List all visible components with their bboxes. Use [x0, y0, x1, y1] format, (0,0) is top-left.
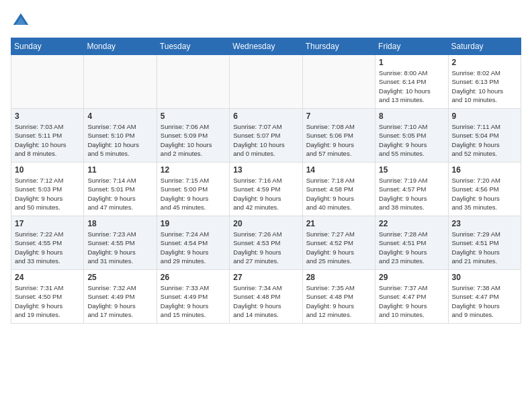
day-info: Sunrise: 7:19 AM Sunset: 4:57 PM Dayligh… — [379, 176, 444, 212]
calendar-cell: 26Sunrise: 7:33 AM Sunset: 4:49 PM Dayli… — [157, 270, 229, 324]
calendar-cell: 9Sunrise: 7:11 AM Sunset: 5:04 PM Daylig… — [448, 109, 521, 163]
day-number: 7 — [306, 111, 371, 121]
day-number: 14 — [306, 165, 371, 175]
calendar-header-friday: Friday — [375, 38, 448, 55]
day-info: Sunrise: 8:02 AM Sunset: 6:13 PM Dayligh… — [452, 68, 517, 104]
calendar-cell: 15Sunrise: 7:19 AM Sunset: 4:57 PM Dayli… — [375, 163, 448, 216]
day-info: Sunrise: 7:11 AM Sunset: 5:04 PM Dayligh… — [452, 122, 517, 158]
day-info: Sunrise: 7:37 AM Sunset: 4:47 PM Dayligh… — [379, 283, 444, 319]
day-number: 17 — [15, 219, 80, 228]
calendar-cell: 7Sunrise: 7:08 AM Sunset: 5:06 PM Daylig… — [302, 109, 375, 163]
calendar-cell: 19Sunrise: 7:24 AM Sunset: 4:54 PM Dayli… — [157, 216, 229, 270]
calendar-header-thursday: Thursday — [302, 38, 375, 55]
calendar-cell — [157, 55, 229, 109]
day-number: 12 — [161, 165, 226, 175]
calendar-cell: 12Sunrise: 7:15 AM Sunset: 5:00 PM Dayli… — [157, 163, 229, 216]
calendar-cell: 25Sunrise: 7:32 AM Sunset: 4:49 PM Dayli… — [84, 270, 157, 324]
calendar-cell: 21Sunrise: 7:27 AM Sunset: 4:52 PM Dayli… — [302, 216, 375, 270]
day-info: Sunrise: 7:03 AM Sunset: 5:11 PM Dayligh… — [15, 122, 80, 158]
day-info: Sunrise: 7:23 AM Sunset: 4:55 PM Dayligh… — [87, 230, 152, 265]
calendar-cell: 14Sunrise: 7:18 AM Sunset: 4:58 PM Dayli… — [302, 163, 375, 216]
day-number: 2 — [452, 58, 517, 67]
calendar-cell: 4Sunrise: 7:04 AM Sunset: 5:10 PM Daylig… — [84, 109, 157, 163]
day-info: Sunrise: 7:07 AM Sunset: 5:07 PM Dayligh… — [233, 122, 298, 158]
day-info: Sunrise: 7:33 AM Sunset: 4:49 PM Dayligh… — [161, 283, 226, 319]
calendar-cell: 28Sunrise: 7:35 AM Sunset: 4:48 PM Dayli… — [302, 270, 375, 324]
day-info: Sunrise: 7:31 AM Sunset: 4:50 PM Dayligh… — [15, 283, 80, 319]
day-number: 16 — [452, 165, 517, 175]
day-number: 3 — [15, 111, 80, 121]
calendar-cell: 1Sunrise: 8:00 AM Sunset: 6:14 PM Daylig… — [375, 55, 448, 109]
calendar-week-1: 1Sunrise: 8:00 AM Sunset: 6:14 PM Daylig… — [11, 55, 521, 109]
day-info: Sunrise: 7:29 AM Sunset: 4:51 PM Dayligh… — [452, 230, 517, 265]
day-number: 30 — [452, 273, 517, 282]
day-number: 15 — [379, 165, 444, 175]
calendar-cell: 24Sunrise: 7:31 AM Sunset: 4:50 PM Dayli… — [11, 270, 84, 324]
day-number: 13 — [233, 165, 298, 175]
day-number: 20 — [233, 219, 298, 228]
day-info: Sunrise: 7:34 AM Sunset: 4:48 PM Dayligh… — [233, 283, 298, 319]
calendar-header-row: SundayMondayTuesdayWednesdayThursdayFrid… — [11, 38, 521, 55]
day-info: Sunrise: 7:16 AM Sunset: 4:59 PM Dayligh… — [233, 176, 298, 212]
day-info: Sunrise: 7:15 AM Sunset: 5:00 PM Dayligh… — [161, 176, 226, 212]
calendar-cell: 30Sunrise: 7:38 AM Sunset: 4:47 PM Dayli… — [448, 270, 521, 324]
calendar-cell: 23Sunrise: 7:29 AM Sunset: 4:51 PM Dayli… — [448, 216, 521, 270]
day-info: Sunrise: 7:27 AM Sunset: 4:52 PM Dayligh… — [306, 230, 371, 265]
day-info: Sunrise: 7:08 AM Sunset: 5:06 PM Dayligh… — [306, 122, 371, 158]
day-number: 11 — [87, 165, 152, 175]
logo-icon — [11, 11, 31, 31]
calendar-cell: 11Sunrise: 7:14 AM Sunset: 5:01 PM Dayli… — [84, 163, 157, 216]
day-info: Sunrise: 7:24 AM Sunset: 4:54 PM Dayligh… — [161, 230, 226, 265]
day-number: 1 — [379, 58, 444, 67]
calendar-cell: 5Sunrise: 7:06 AM Sunset: 5:09 PM Daylig… — [157, 109, 229, 163]
calendar-cell: 13Sunrise: 7:16 AM Sunset: 4:59 PM Dayli… — [230, 163, 302, 216]
day-number: 24 — [15, 273, 80, 282]
calendar-week-4: 17Sunrise: 7:22 AM Sunset: 4:55 PM Dayli… — [11, 216, 521, 270]
day-number: 5 — [161, 111, 226, 121]
calendar-header-sunday: Sunday — [11, 38, 84, 55]
calendar-header-tuesday: Tuesday — [157, 38, 229, 55]
day-info: Sunrise: 7:22 AM Sunset: 4:55 PM Dayligh… — [15, 230, 80, 265]
calendar-cell: 17Sunrise: 7:22 AM Sunset: 4:55 PM Dayli… — [11, 216, 84, 270]
day-number: 18 — [87, 219, 152, 228]
calendar-table: SundayMondayTuesdayWednesdayThursdayFrid… — [11, 38, 521, 324]
day-number: 25 — [87, 273, 152, 282]
calendar-cell: 20Sunrise: 7:26 AM Sunset: 4:53 PM Dayli… — [230, 216, 302, 270]
header — [11, 11, 521, 31]
calendar-cell — [230, 55, 302, 109]
calendar-header-wednesday: Wednesday — [230, 38, 302, 55]
calendar-header-saturday: Saturday — [448, 38, 521, 55]
calendar-header-monday: Monday — [84, 38, 157, 55]
page: SundayMondayTuesdayWednesdayThursdayFrid… — [0, 0, 532, 330]
day-info: Sunrise: 7:28 AM Sunset: 4:51 PM Dayligh… — [379, 230, 444, 265]
day-number: 6 — [233, 111, 298, 121]
calendar-cell — [84, 55, 157, 109]
day-info: Sunrise: 7:32 AM Sunset: 4:49 PM Dayligh… — [87, 283, 152, 319]
calendar-cell: 10Sunrise: 7:12 AM Sunset: 5:03 PM Dayli… — [11, 163, 84, 216]
calendar-week-3: 10Sunrise: 7:12 AM Sunset: 5:03 PM Dayli… — [11, 163, 521, 216]
day-number: 26 — [161, 273, 226, 282]
calendar-week-5: 24Sunrise: 7:31 AM Sunset: 4:50 PM Dayli… — [11, 270, 521, 324]
day-number: 8 — [379, 111, 444, 121]
calendar-cell: 22Sunrise: 7:28 AM Sunset: 4:51 PM Dayli… — [375, 216, 448, 270]
day-number: 22 — [379, 219, 444, 228]
day-info: Sunrise: 7:04 AM Sunset: 5:10 PM Dayligh… — [87, 122, 152, 158]
day-number: 9 — [452, 111, 517, 121]
day-number: 23 — [452, 219, 517, 228]
day-info: Sunrise: 7:14 AM Sunset: 5:01 PM Dayligh… — [87, 176, 152, 212]
calendar-cell: 18Sunrise: 7:23 AM Sunset: 4:55 PM Dayli… — [84, 216, 157, 270]
day-info: Sunrise: 7:35 AM Sunset: 4:48 PM Dayligh… — [306, 283, 371, 319]
day-info: Sunrise: 7:12 AM Sunset: 5:03 PM Dayligh… — [15, 176, 80, 212]
calendar-cell — [302, 55, 375, 109]
day-info: Sunrise: 8:00 AM Sunset: 6:14 PM Dayligh… — [379, 68, 444, 104]
day-info: Sunrise: 7:10 AM Sunset: 5:05 PM Dayligh… — [379, 122, 444, 158]
day-number: 28 — [306, 273, 371, 282]
day-info: Sunrise: 7:18 AM Sunset: 4:58 PM Dayligh… — [306, 176, 371, 212]
calendar-cell: 27Sunrise: 7:34 AM Sunset: 4:48 PM Dayli… — [230, 270, 302, 324]
day-number: 21 — [306, 219, 371, 228]
day-info: Sunrise: 7:26 AM Sunset: 4:53 PM Dayligh… — [233, 230, 298, 265]
day-number: 4 — [87, 111, 152, 121]
calendar-cell: 8Sunrise: 7:10 AM Sunset: 5:05 PM Daylig… — [375, 109, 448, 163]
calendar-cell — [11, 55, 84, 109]
day-info: Sunrise: 7:38 AM Sunset: 4:47 PM Dayligh… — [452, 283, 517, 319]
